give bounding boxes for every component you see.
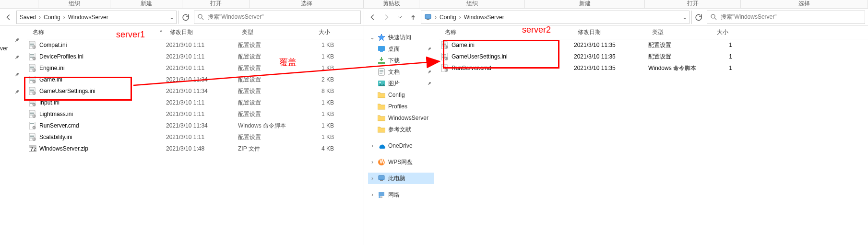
chevron-down-icon[interactable]: ⌄ [169, 14, 174, 21]
breadcrumb[interactable]: Saved› Config› WindowsServer ⌄ [16, 11, 177, 24]
search-input[interactable]: 搜索"WindowsServer" [194, 11, 361, 24]
column-type[interactable]: 类型 [648, 26, 713, 39]
ribbon-group-organize: 组织 [419, 0, 525, 8]
file-name: RunServer.cmd [452, 65, 491, 71]
download-icon [378, 57, 385, 64]
nav-wps[interactable]: ›WPS网盘 [368, 156, 434, 168]
pin-icon [15, 70, 22, 77]
file-row[interactable]: DeviceProfiles.ini2021/3/10 1:11配置设置1 KB [27, 51, 364, 62]
file-size: 1 KB [300, 53, 334, 60]
file-date: 2021/3/10 1:11 [166, 99, 238, 106]
file-date: 2021/3/10 11:35 [574, 65, 648, 71]
file-icon [441, 41, 449, 49]
recent-locations-button[interactable] [394, 12, 405, 23]
column-type[interactable]: 类型 [238, 26, 300, 39]
file-row[interactable]: WindowsServer.zip2021/3/10 1:48ZIP 文件4 K… [27, 143, 364, 154]
file-row[interactable]: GameUserSettings.ini2021/3/10 11:34配置设置8… [27, 85, 364, 97]
back-button[interactable] [367, 12, 379, 23]
file-size: 1 KB [300, 111, 334, 117]
pin-icon [15, 53, 22, 59]
pin-icon [15, 87, 22, 94]
file-size: 1 KB [300, 42, 334, 48]
file-type: 配置设置 [238, 76, 300, 84]
pc-icon [378, 175, 385, 182]
file-row[interactable]: Game.ini2021/3/10 11:35配置设置1 [439, 39, 868, 51]
wps-icon [378, 158, 385, 166]
folder-icon [378, 91, 385, 99]
file-icon [441, 53, 449, 60]
breadcrumb[interactable]: › Config› WindowsServer ⌄ [421, 11, 690, 24]
file-type: 配置设置 [238, 53, 300, 61]
ribbon-group-select: 选择 [741, 0, 868, 8]
column-size[interactable]: 大小 [713, 26, 732, 39]
back-button[interactable] [3, 12, 14, 23]
nav-quick-access[interactable]: ⌄快速访问 [368, 32, 434, 43]
file-name: GameUserSettings.ini [39, 88, 95, 94]
file-row[interactable]: RunServer.cmd2021/3/10 11:34Windows 命令脚本… [27, 120, 364, 131]
file-type: Windows 命令脚本 [238, 122, 300, 130]
file-row[interactable]: Scalability.ini2021/3/10 1:11配置设置1 KB [27, 131, 364, 143]
breadcrumb-part[interactable]: Saved [18, 14, 38, 21]
ribbon-group-select: 选择 [250, 0, 364, 8]
file-name: Engine.ini [39, 65, 65, 71]
column-date[interactable]: 修改日期 [574, 26, 648, 39]
nav-this-pc[interactable]: ›此电脑 [368, 173, 434, 184]
file-size: 4 KB [300, 145, 334, 152]
refresh-button[interactable] [178, 11, 192, 24]
pin-icon [15, 35, 22, 42]
file-row[interactable]: GameUserSettings.ini2021/3/10 11:35配置设置1 [439, 51, 868, 62]
nav-folder-profiles[interactable]: Profiles [368, 101, 434, 112]
file-name: DeviceProfiles.ini [39, 53, 83, 60]
pc-icon [424, 13, 432, 21]
file-icon [29, 145, 36, 152]
file-name: WindowsServer.zip [39, 145, 88, 152]
forward-button[interactable] [380, 12, 392, 23]
nav-folder-windowsserver[interactable]: WindowsServer [368, 112, 434, 124]
refresh-button[interactable] [691, 11, 705, 24]
breadcrumb-part[interactable]: WindowsServer [66, 14, 110, 21]
breadcrumb-part[interactable]: WindowsServer [462, 14, 506, 21]
nav-pictures[interactable]: 图片 [368, 78, 434, 89]
nav-downloads[interactable]: 下载 [368, 55, 434, 66]
breadcrumb-part[interactable]: Config [42, 14, 62, 21]
file-row[interactable]: Compat.ini2021/3/10 1:11配置设置1 KB [27, 39, 364, 51]
nav-folder-references[interactable]: 参考文献 [368, 124, 434, 135]
search-input[interactable]: 搜索"WindowsServer" [707, 11, 865, 24]
file-name: Scalability.ini [39, 134, 72, 140]
network-icon [378, 191, 385, 198]
nav-onedrive[interactable]: ›OneDrive [368, 140, 434, 152]
file-row[interactable]: RunServer.cmd2021/3/10 11:35Windows 命令脚本… [439, 62, 868, 74]
ribbon-group-new: 新建 [525, 0, 645, 8]
explorer-window-right: 剪贴板 组织 新建 打开 选择 › Config› WindowsServer … [364, 0, 868, 245]
column-date[interactable]: 修改日期 [166, 26, 238, 39]
file-row[interactable]: Input.ini2021/3/10 1:11配置设置1 KB [27, 97, 364, 108]
file-date: 2021/3/10 1:11 [166, 53, 238, 60]
file-row[interactable]: Game.ini2021/3/10 11:34配置设置2 KB [27, 74, 364, 85]
breadcrumb-part[interactable]: Config [438, 14, 458, 21]
file-date: 2021/3/10 11:34 [166, 122, 238, 129]
column-size[interactable]: 大小 [300, 26, 334, 39]
search-icon [197, 13, 205, 21]
file-icon [29, 64, 36, 72]
up-button[interactable] [407, 12, 419, 23]
column-name[interactable]: 名称^ [29, 26, 166, 39]
nav-network[interactable]: ›网络 [368, 189, 434, 200]
file-row[interactable]: Engine.ini2021/3/10 1:11配置设置1 KB [27, 62, 364, 74]
chevron-right-icon: › [370, 175, 375, 182]
chevron-right-icon: › [370, 142, 375, 149]
file-size: 1 KB [300, 99, 334, 106]
file-row[interactable]: Lightmass.ini2021/3/10 1:11配置设置1 KB [27, 108, 364, 120]
file-type: 配置设置 [648, 41, 713, 49]
nav-desktop[interactable]: 桌面 [368, 43, 434, 55]
file-date: 2021/3/10 1:11 [166, 65, 238, 71]
chevron-right-icon: › [62, 14, 66, 21]
chevron-down-icon[interactable]: ⌄ [682, 14, 687, 21]
file-date: 2021/3/10 11:35 [574, 53, 648, 60]
onedrive-icon [378, 142, 385, 150]
nav-folder-config[interactable]: Config [368, 89, 434, 101]
column-name[interactable]: 名称 [441, 26, 574, 39]
ribbon-group-new: 新建 [110, 0, 182, 8]
ribbon-fragment: 组织 新建 打开 选择 [0, 0, 364, 9]
file-type: 配置设置 [238, 41, 300, 49]
nav-documents[interactable]: 文档 [368, 66, 434, 78]
